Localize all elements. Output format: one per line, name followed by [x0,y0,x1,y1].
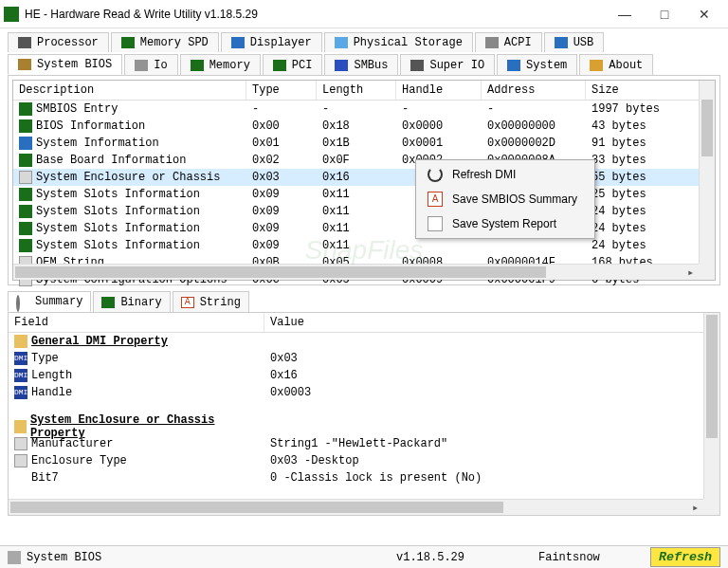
tab-label: About [609,59,643,72]
minimize-button[interactable]: — [605,1,645,27]
tab-smbus[interactable]: SMBus [324,54,398,75]
cell-handle [396,243,482,248]
tab-memory[interactable]: Memory [180,54,261,75]
tab-displayer[interactable]: Displayer [221,32,322,52]
col-type[interactable]: Type [246,81,317,100]
titlebar: HE - Hardware Read & Write Utility v1.18… [0,0,728,28]
tab-system-bios[interactable]: System BIOS [8,54,122,75]
tab-memory-spd[interactable]: Memory SPD [111,32,219,52]
status-bar: System BIOS v1.18.5.29 Faintsnow Refresh [0,545,728,568]
folder-icon [14,335,27,348]
property-icon [14,454,27,467]
detail-tab-string[interactable]: AString [173,291,249,312]
tab-label: System BIOS [37,58,112,71]
field-label: Length [31,369,72,382]
vertical-scrollbar[interactable] [703,313,719,499]
detail-row[interactable]: System Enclosure or Chassis Property [9,418,719,435]
field-label: Enclosure Type [31,454,127,467]
scroll-thumb[interactable] [701,100,713,156]
tab-io[interactable]: Io [124,54,177,75]
detail-row[interactable]: DMIType0x03 [9,350,719,367]
scroll-thumb[interactable] [706,315,718,438]
table-row[interactable]: System Enclosure or Chassis0x030x1655 by… [13,169,715,186]
close-button[interactable]: ✕ [684,1,724,27]
cell-address: 0x00000000 [482,117,586,136]
col-address[interactable]: Address [482,81,586,100]
tab-about[interactable]: About [579,54,653,75]
field-value: String1 -"Hewlett-Packard" [264,437,719,450]
vertical-scrollbar[interactable] [699,81,715,264]
maximize-button[interactable]: □ [645,1,684,27]
table-row[interactable]: System Slots Information0x090x1124 bytes [13,237,715,254]
detail-tab-summary[interactable]: Summary [8,291,91,312]
table-row[interactable]: System Slots Information0x090x1124 bytes [13,220,715,237]
folder-icon [14,420,27,433]
refresh-button[interactable]: Refresh [650,547,720,567]
mem-icon [121,37,135,48]
status-section-label: System BIOS [27,551,101,564]
pci-icon [273,60,286,71]
field-label: Manufacturer [31,437,113,450]
col-value[interactable]: Value [264,313,719,332]
scroll-right-icon[interactable]: ▸ [687,500,703,516]
detail-row[interactable]: DMILength0x16 [9,367,719,384]
table-row[interactable]: BIOS Information0x000x180x00000x00000000… [13,118,715,135]
cell-length: 0x11 [317,236,396,255]
col-size[interactable]: Size [586,81,715,100]
cell-type: 0x09 [246,185,317,204]
col-handle[interactable]: Handle [396,81,482,100]
scroll-thumb[interactable] [10,502,503,513]
table-row[interactable]: System Slots Information0x090x1125 bytes [13,186,715,203]
cell-description: System Slots Information [36,239,200,252]
detail-row[interactable]: General DMI Property [9,333,719,350]
binary-icon [101,297,115,308]
tab-super-io[interactable]: Super IO [400,54,495,75]
scroll-thumb[interactable] [15,266,546,278]
cell-size: 43 bytes [586,117,715,136]
row-icon [19,102,32,116]
field-label: Handle [31,386,72,399]
tab-label: String [200,296,241,309]
upper-tabstrip: ProcessorMemory SPDDisplayerPhysical Sto… [8,32,720,75]
cell-description: System Slots Information [36,222,200,235]
detail-tab-binary[interactable]: Binary [93,291,170,312]
tab-physical-storage[interactable]: Physical Storage [324,32,473,52]
window-title: HE - Hardware Read & Write Utility v1.18… [25,8,605,21]
col-description[interactable]: Description [13,81,246,100]
horizontal-scrollbar[interactable]: ▸ [13,264,699,280]
detail-row[interactable]: Enclosure Type0x03 -Desktop [9,452,719,469]
cell-address: 0x0000002D [482,134,586,153]
col-field[interactable]: Field [9,313,264,332]
field-value: 0x0003 [264,386,719,399]
menu-item-save-smbios-summary[interactable]: ASave SMBIOS Summary [418,187,592,211]
detail-panel: Field Value General DMI PropertyDMIType0… [8,312,720,516]
tab-label: USB [573,36,594,49]
dmi-icon: DMI [14,369,27,382]
row-icon [19,239,32,252]
detail-row[interactable]: ManufacturerString1 -"Hewlett-Packard" [9,435,719,452]
detail-row[interactable]: Bit70 -Classis lock is present (No) [9,469,719,486]
table-row[interactable]: Base Board Information0x020x0F0x00020x00… [13,152,715,169]
detail-row[interactable]: DMIHandle0x0003 [9,384,719,401]
col-length[interactable]: Length [317,81,396,100]
horizontal-scrollbar[interactable]: ▸ [9,499,703,515]
table-row[interactable]: System Slots Information0x090x1124 bytes [13,203,715,220]
cell-length: 0x1B [317,134,396,153]
smb-icon [335,60,348,71]
scroll-right-icon[interactable]: ▸ [682,265,699,281]
table-row[interactable]: System Information0x010x1B0x00010x000000… [13,135,715,152]
tab-label: Memory SPD [140,36,209,49]
tab-pci[interactable]: PCI [263,54,323,75]
tab-acpi[interactable]: ACPI [475,32,542,52]
menu-item-refresh-dmi[interactable]: Refresh DMI [418,162,592,187]
cell-type: 0x00 [246,117,317,136]
cell-type: 0x02 [246,151,317,170]
tab-processor[interactable]: Processor [8,32,109,52]
table-row[interactable]: SMBIOS Entry----1997 bytes [13,101,715,118]
detail-header: Field Value [9,313,719,333]
tab-usb[interactable]: USB [544,32,605,52]
cell-size: 24 bytes [586,202,715,221]
tab-system[interactable]: System [497,54,577,75]
menu-item-save-system-report[interactable]: Save System Report [418,211,592,236]
property-icon [14,437,27,450]
